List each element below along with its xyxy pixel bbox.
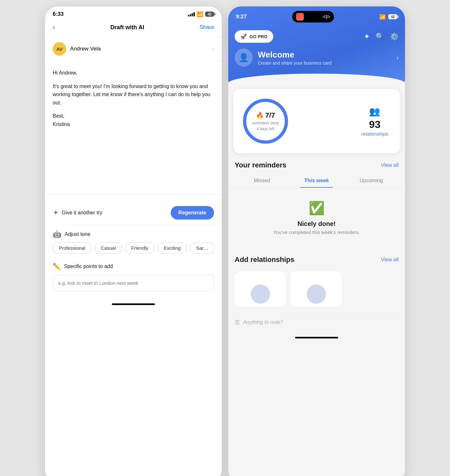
specific-points-label: Specific points to add	[64, 264, 113, 269]
battery-icon: 42	[205, 12, 214, 17]
circle-center: 🔥 7/7 reminders done 4 days left	[252, 111, 279, 131]
right-top-icons: ✦ 🔍 ⚙️	[364, 32, 399, 41]
tone-pills: Professional Casual Friendly Exciting Sa…	[53, 242, 214, 258]
welcome-row[interactable]: 👤 Welcome Create and share your business…	[228, 45, 405, 73]
right-status-bar: 9:27 📶 42	[228, 6, 405, 26]
specific-points-row: ✏️ Specific points to add	[53, 258, 214, 274]
email-body: Hi Andrew, It's great to meet you! I'm l…	[45, 61, 222, 136]
right-top-nav: 🚀 GO PRO ✦ 🔍 ⚙️	[228, 26, 405, 45]
welcome-text: Welcome Create and share your business c…	[258, 50, 332, 66]
signal-icon	[188, 12, 195, 16]
circle-streak: 🔥 7/7	[256, 111, 275, 120]
contact-name: Andrew Vela	[70, 46, 101, 52]
right-screen: 9:27 📶 42	[228, 6, 405, 476]
specific-points-input[interactable]	[53, 275, 214, 291]
left-home-indicator	[45, 298, 222, 308]
chevron-right-icon: ›	[212, 46, 214, 52]
home-bar	[112, 303, 155, 305]
settings-icon[interactable]: ⚙️	[390, 32, 399, 41]
note-area[interactable]: ☰ Anything to note?	[228, 313, 405, 331]
nicely-done-title: Nicely done!	[298, 220, 336, 228]
add-rel-view-all[interactable]: View all	[381, 257, 399, 263]
right-wifi-icon: 📶	[379, 14, 386, 20]
email-content: Hi Andrew, It's great to meet you! I'm l…	[53, 69, 214, 129]
check-badge-icon: ✅	[309, 201, 325, 216]
email-sign-off: Best,Kristina	[53, 112, 214, 128]
welcome-subtitle: Create and share your business card	[258, 60, 332, 66]
circle-days: 4 days left	[257, 127, 274, 131]
search-icon[interactable]: 🔍	[375, 32, 384, 41]
give-another-left: ✦ Give it another try	[53, 209, 102, 217]
page-title: Draft with AI	[110, 24, 144, 31]
right-top-bg: 9:27 📶 42	[228, 6, 405, 89]
relationships-count: 93	[369, 119, 381, 130]
circle-container: 🔥 7/7 reminders done 4 days left	[240, 95, 291, 147]
pencil-icon: ✏️	[53, 263, 61, 270]
tab-upcoming[interactable]: Upcoming	[344, 174, 399, 187]
left-screen: 6:33 📶 42 ‹ Draft with AI Share AV	[45, 6, 222, 476]
rel-card-2[interactable]	[291, 272, 342, 307]
right-home-indicator	[228, 331, 405, 342]
rel-avatar-1	[251, 284, 270, 304]
contact-row[interactable]: AV Andrew Vela ›	[45, 37, 222, 61]
sparkle-icon: ✦	[53, 209, 59, 217]
di-app-icon	[296, 13, 304, 21]
adjust-tone-row: 🤖 Adjust tone	[53, 225, 214, 242]
relationships-label: relationships	[361, 131, 388, 137]
add-rel-cards	[235, 268, 399, 310]
relationships-icon: 👥	[369, 106, 380, 117]
di-audio-icon	[323, 14, 330, 19]
regenerate-button[interactable]: Regenerate	[171, 206, 214, 220]
fire-icon: 🔥	[256, 112, 264, 119]
go-pro-label: GO PRO	[249, 34, 267, 39]
contact-left: AV Andrew Vela	[53, 42, 101, 56]
sparkle-icon[interactable]: ✦	[364, 32, 370, 41]
note-icon: ☰	[235, 319, 240, 326]
right-battery-icon: 42	[388, 14, 397, 19]
add-rel-section-header: Add relationships View all	[228, 248, 405, 268]
welcome-title: Welcome	[258, 50, 332, 60]
tone-pill-sarcastic[interactable]: Sar…	[190, 242, 214, 254]
give-another-text: Give it another try	[62, 210, 102, 216]
bottom-actions: ✦ Give it another try Regenerate 🤖 Adjus…	[45, 194, 222, 298]
reminder-done-area: ✅ Nicely done! You've completed this wee…	[228, 188, 405, 248]
left-status-bar: 6:33 📶 42	[45, 6, 222, 21]
tone-pill-exciting[interactable]: Exciting	[158, 242, 187, 254]
rocket-icon: 🚀	[240, 33, 247, 40]
email-greeting: Hi Andrew,	[53, 69, 214, 77]
left-time: 6:33	[53, 11, 64, 17]
rel-avatar-2	[307, 284, 326, 304]
reminders-tabs: Missed This week Upcoming	[228, 174, 405, 188]
back-button[interactable]: ‹	[53, 23, 55, 31]
reminders-view-all[interactable]: View all	[381, 162, 399, 168]
tone-pill-casual[interactable]: Casual	[95, 242, 122, 254]
right-time: 9:27	[236, 13, 247, 20]
email-paragraph: It's great to meet you! I'm looking forw…	[53, 82, 214, 107]
give-another-try-row: ✦ Give it another try Regenerate	[53, 201, 214, 225]
reminders-section-header: Your reminders View all	[228, 153, 405, 174]
stats-card: 🔥 7/7 reminders done 4 days left 👥 93 re…	[233, 89, 400, 153]
adjust-tone-label: Adjust tone	[65, 231, 90, 237]
right-status-icons: 📶 42	[379, 14, 397, 20]
tone-icon: 🤖	[53, 230, 61, 238]
dynamic-island	[292, 11, 334, 22]
nicely-done-subtitle: You've completed this week's reminders.	[273, 229, 360, 235]
tone-pill-professional[interactable]: Professional	[53, 242, 92, 254]
wifi-icon: 📶	[197, 11, 203, 17]
right-home-bar	[295, 337, 338, 338]
left-status-icons: 📶 42	[188, 11, 214, 17]
note-placeholder: Anything to note?	[243, 319, 283, 325]
go-pro-button[interactable]: 🚀 GO PRO	[235, 30, 273, 43]
tab-this-week[interactable]: This week	[289, 174, 344, 187]
add-rel-title: Add relationships	[235, 256, 294, 264]
left-header: ‹ Draft with AI Share	[45, 21, 222, 37]
share-button[interactable]: Share	[200, 24, 214, 31]
welcome-avatar: 👤	[235, 49, 253, 67]
tab-missed[interactable]: Missed	[235, 174, 289, 187]
add-rel-cards-container	[228, 268, 405, 310]
avatar: AV	[53, 42, 66, 56]
welcome-chevron-icon: ›	[396, 54, 399, 61]
streak-value: 7/7	[265, 111, 275, 120]
rel-card-1[interactable]	[235, 272, 286, 307]
tone-pill-friendly[interactable]: Friendly	[125, 242, 154, 254]
